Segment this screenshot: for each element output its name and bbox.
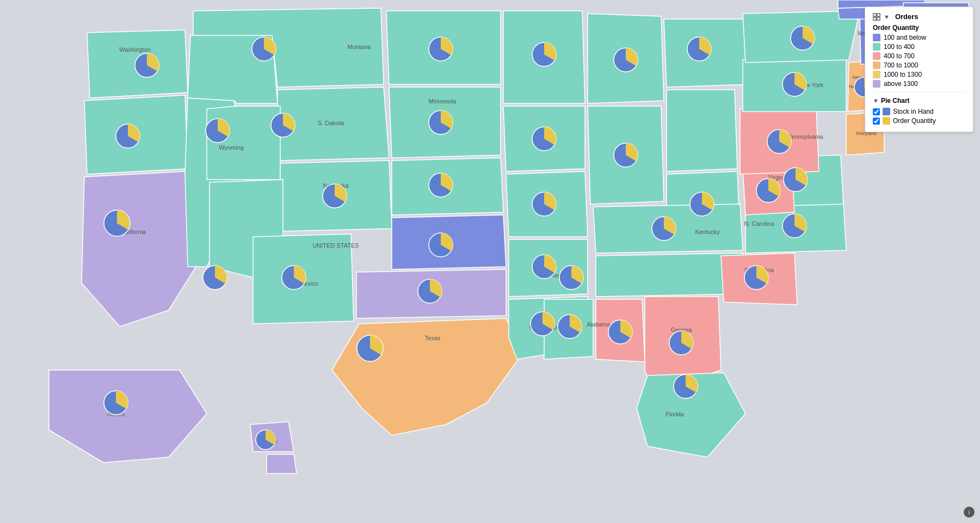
pie-chart-item-0[interactable]: Stock in Hand [873,108,965,115]
svg-rect-126 [873,17,876,20]
legend-label-3: 700 to 1000 [884,61,918,69]
legend-label-1: 100 to 400 [884,43,915,51]
pie-label-1: Order Quantity [893,117,936,125]
svg-rect-125 [877,13,880,16]
svg-text:S. Dakota: S. Dakota [318,120,344,126]
svg-rect-124 [873,13,876,16]
svg-marker-49 [267,454,297,473]
svg-rect-127 [877,17,880,20]
legend-categories: 100 and below 100 to 400 400 to 700 700 … [873,34,965,88]
pie-chart-title: Pie Chart [881,97,910,104]
svg-text:UNITED STATES: UNITED STATES [312,242,359,249]
pie-chart-item-1[interactable]: Order Quantity [873,117,965,125]
map-container: Washington Montana S. Dakota Minnesota W… [0,0,980,523]
svg-text:Wyoming: Wyoming [219,144,244,151]
order-quantity-title: Order Quantity [873,24,965,32]
legend-label-2: 400 to 700 [884,52,915,60]
stock-in-hand-checkbox[interactable] [873,108,880,115]
info-button[interactable]: i [964,507,975,518]
pie-label-0: Stock in Hand [893,108,934,115]
grid-icon[interactable] [873,13,880,21]
svg-text:Texas: Texas [425,335,441,341]
order-quantity-checkbox[interactable] [873,118,880,125]
svg-text:Minnesota: Minnesota [429,98,457,104]
orders-title: Orders [895,13,919,21]
svg-text:Alabama: Alabama [587,321,611,328]
svg-text:Montana: Montana [348,44,372,50]
svg-text:Washington: Washington [119,46,151,53]
svg-text:N. Carolina: N. Carolina [744,220,774,227]
svg-text:Florida: Florida [665,411,685,417]
legend-label-0: 100 and below [884,34,926,41]
svg-marker-29 [596,253,743,297]
legend-label-5: above 1300 [884,80,918,88]
svg-marker-26 [667,90,737,171]
legend-panel: ▼ Orders Order Quantity 100 and below 10… [865,7,973,132]
svg-text:Pennsylvania: Pennsylvania [787,133,823,140]
svg-text:Kentucky: Kentucky [695,229,720,235]
legend-label-4: 1000 to 1300 [884,71,922,78]
